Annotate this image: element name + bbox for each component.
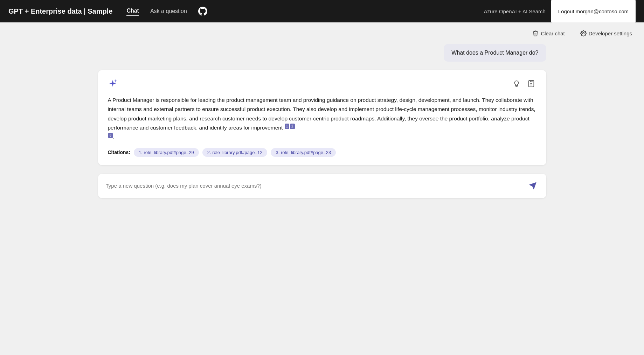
settings-icon xyxy=(580,30,587,36)
citation-chip-3[interactable]: 3. role_library.pdf#page=23 xyxy=(271,148,336,157)
toolbar: Clear chat Developer settings xyxy=(0,22,644,44)
clear-chat-label: Clear chat xyxy=(541,30,565,36)
user-message-text: What does a Product Manager do? xyxy=(451,50,538,56)
lightbulb-icon xyxy=(513,80,520,88)
github-icon xyxy=(198,7,207,16)
send-button[interactable] xyxy=(527,180,539,192)
send-icon xyxy=(528,181,537,190)
citation-ref-2[interactable]: 2 xyxy=(290,124,295,129)
clear-chat-button[interactable]: Clear chat xyxy=(529,28,568,39)
lightbulb-button[interactable] xyxy=(511,78,522,90)
trash-icon xyxy=(532,30,539,36)
ai-response-card: A Product Manager is responsible for lea… xyxy=(98,70,546,165)
developer-settings-button[interactable]: Developer settings xyxy=(577,28,636,39)
nav-ask[interactable]: Ask a question xyxy=(150,7,187,16)
ai-icon-wrapper xyxy=(108,78,119,90)
response-end: . xyxy=(113,134,115,140)
header: GPT + Enterprise data | Sample Chat Ask … xyxy=(0,0,644,22)
citation-ref-3[interactable]: 3 xyxy=(108,133,113,138)
azure-label: Azure OpenAI + AI Search xyxy=(484,8,545,14)
citation-ref-1[interactable]: 1 xyxy=(285,124,290,129)
input-card xyxy=(98,174,546,198)
citation-chip-1-text: 1. role_library.pdf#page=29 xyxy=(139,150,194,155)
logout-button[interactable]: Logout morgan@contoso.com xyxy=(551,0,636,22)
svg-point-0 xyxy=(583,33,584,34)
clipboard-icon xyxy=(527,80,535,88)
response-text: A Product Manager is responsible for lea… xyxy=(108,96,536,142)
citation-chip-3-text: 3. role_library.pdf#page=23 xyxy=(276,150,331,155)
response-card-header xyxy=(108,78,536,90)
app-title: GPT + Enterprise data | Sample xyxy=(8,7,112,15)
svg-rect-1 xyxy=(530,81,532,82)
clipboard-button[interactable] xyxy=(526,78,536,90)
citations-label: Citations: xyxy=(108,149,131,155)
nav-chat[interactable]: Chat xyxy=(126,6,139,16)
chat-input[interactable] xyxy=(106,183,522,189)
ai-sparkle-icon xyxy=(108,78,119,90)
citation-chip-1[interactable]: 1. role_library.pdf#page=29 xyxy=(134,148,199,157)
developer-settings-label: Developer settings xyxy=(589,30,632,36)
main-nav: Chat Ask a question xyxy=(126,6,484,16)
citation-chip-2-text: 2. role_library.pdf#page=12 xyxy=(207,150,263,155)
card-actions xyxy=(511,78,536,90)
user-message: What does a Product Manager do? xyxy=(444,44,546,62)
github-link[interactable] xyxy=(198,7,207,16)
user-message-wrapper: What does a Product Manager do? xyxy=(98,44,546,62)
citations-row: Citations: 1. role_library.pdf#page=29 2… xyxy=(108,148,536,157)
main-content: What does a Product Manager do? xyxy=(70,44,574,355)
response-body: A Product Manager is responsible for lea… xyxy=(108,97,535,131)
header-right: Azure OpenAI + AI Search Logout morgan@c… xyxy=(484,0,636,22)
citation-chip-2[interactable]: 2. role_library.pdf#page=12 xyxy=(202,148,268,157)
